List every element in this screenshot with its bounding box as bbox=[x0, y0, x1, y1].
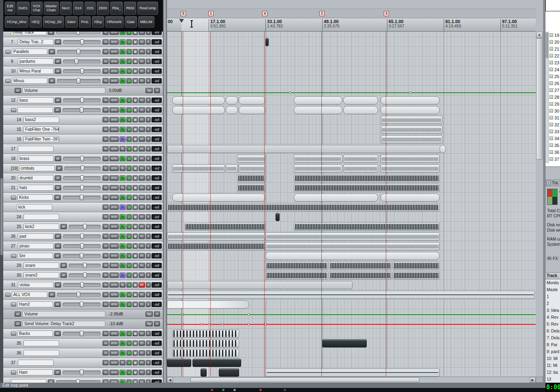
toolbar-button[interactable]: HCmp_Str bbox=[43, 16, 64, 28]
solo-button[interactable]: s bbox=[146, 127, 151, 132]
fader-knob[interactable] bbox=[83, 263, 87, 268]
track-name[interactable]: Kicks bbox=[17, 194, 53, 200]
envelope-close-button[interactable]: ✕ bbox=[154, 311, 160, 317]
mute-button[interactable]: m bbox=[139, 117, 145, 122]
region-row[interactable]: 28 bbox=[549, 94, 560, 100]
io-button[interactable]: io bbox=[103, 156, 109, 161]
volume-fader[interactable] bbox=[69, 225, 100, 228]
fader-knob[interactable] bbox=[83, 224, 87, 229]
automation-point[interactable] bbox=[289, 92, 291, 94]
media-item[interactable] bbox=[440, 145, 446, 153]
media-item[interactable] bbox=[167, 242, 265, 250]
track-name[interactable]: Ham bbox=[17, 369, 53, 375]
media-item[interactable] bbox=[265, 252, 440, 260]
fader-knob[interactable] bbox=[80, 253, 83, 258]
record-monitor-button[interactable] bbox=[126, 32, 132, 35]
media-item[interactable] bbox=[343, 164, 378, 173]
media-item[interactable] bbox=[393, 262, 440, 270]
record-monitor-button[interactable] bbox=[126, 146, 132, 151]
io-button[interactable]: io bbox=[103, 32, 109, 35]
region-row[interactable]: 20 bbox=[549, 38, 560, 45]
fader-knob[interactable] bbox=[80, 302, 83, 307]
media-item[interactable] bbox=[172, 164, 225, 173]
fader-knob[interactable] bbox=[80, 175, 84, 181]
track-name[interactable] bbox=[18, 360, 53, 366]
solo-button[interactable]: s bbox=[146, 78, 151, 83]
tracklist-row[interactable]: Monito bbox=[545, 280, 560, 287]
toolbar-button[interactable]: 2500 bbox=[97, 2, 109, 15]
solo-button[interactable]: s bbox=[146, 146, 151, 151]
media-item[interactable] bbox=[167, 281, 353, 289]
media-item[interactable] bbox=[226, 96, 238, 104]
media-item[interactable] bbox=[226, 164, 238, 173]
fader-knob[interactable] bbox=[77, 78, 80, 83]
envelope-button[interactable]: env bbox=[109, 136, 119, 142]
record-monitor-button[interactable] bbox=[126, 224, 132, 229]
record-arm-button[interactable]: ar bbox=[55, 39, 61, 45]
media-item[interactable] bbox=[380, 96, 440, 104]
volume-fader[interactable] bbox=[57, 293, 100, 296]
tracklist-row[interactable]: 1 bbox=[545, 294, 560, 300]
phase-button[interactable] bbox=[133, 282, 138, 288]
fader-knob[interactable] bbox=[80, 156, 84, 161]
fx-button[interactable]: fx bbox=[120, 175, 126, 181]
envelope-button[interactable]: env bbox=[109, 32, 119, 35]
phase-button[interactable] bbox=[133, 78, 138, 83]
fader-knob[interactable] bbox=[80, 282, 84, 288]
mute-button[interactable]: m bbox=[139, 263, 145, 268]
track-name[interactable]: Delay Track bbox=[11, 32, 47, 35]
mute-button[interactable]: m bbox=[139, 370, 145, 375]
record-arm-button[interactable]: ar bbox=[54, 331, 61, 336]
region-row[interactable]: 24 bbox=[549, 66, 560, 73]
mute-button[interactable]: m bbox=[139, 49, 145, 54]
volume-fader[interactable] bbox=[63, 234, 100, 238]
media-item[interactable] bbox=[294, 174, 440, 182]
io-button[interactable]: io bbox=[103, 379, 109, 383]
record-arm-button[interactable]: ar bbox=[55, 175, 61, 181]
toolbar-button[interactable]: HCmp_Mno bbox=[5, 16, 28, 28]
tracklist-row[interactable]: 11: Mi bbox=[545, 362, 560, 369]
mute-button[interactable]: m bbox=[139, 205, 145, 210]
fx-button[interactable]: fx bbox=[120, 32, 126, 35]
track-name[interactable]: bass bbox=[18, 97, 53, 103]
io-button[interactable]: io bbox=[103, 185, 109, 190]
volume-fader[interactable] bbox=[63, 108, 100, 112]
volume-fader[interactable] bbox=[63, 186, 100, 190]
region-row[interactable]: 26 bbox=[549, 80, 560, 87]
record-arm-button[interactable]: ar bbox=[55, 59, 61, 64]
record-monitor-button[interactable] bbox=[126, 175, 132, 181]
record-monitor-button[interactable] bbox=[126, 98, 132, 103]
fx-button[interactable]: fx bbox=[120, 39, 126, 45]
media-item[interactable] bbox=[294, 155, 342, 163]
track-name[interactable]: cimbals bbox=[19, 165, 55, 171]
media-item[interactable] bbox=[393, 271, 440, 279]
solo-button[interactable]: s bbox=[146, 263, 151, 268]
io-button[interactable]: io bbox=[103, 98, 109, 103]
close-icon[interactable]: ✕ bbox=[546, 181, 551, 185]
bypass-button[interactable]: bp bbox=[145, 321, 153, 326]
mute-button[interactable]: m bbox=[139, 136, 145, 142]
envelope-close-button[interactable]: ✕ bbox=[154, 321, 160, 326]
region-row[interactable]: 34 bbox=[549, 135, 560, 142]
marker-flag[interactable]: 2 bbox=[319, 11, 325, 16]
automation-point[interactable] bbox=[265, 323, 267, 325]
fader-knob[interactable] bbox=[80, 234, 84, 239]
volume-fader[interactable] bbox=[63, 283, 100, 287]
tracklist-row[interactable]: 13 bbox=[545, 376, 560, 383]
media-item[interactable] bbox=[167, 145, 441, 153]
envelope-button[interactable]: env bbox=[109, 224, 119, 229]
region-row[interactable]: 33 bbox=[549, 128, 560, 135]
track-name[interactable] bbox=[18, 146, 53, 152]
solo-button[interactable]: s bbox=[146, 175, 151, 181]
fx-button[interactable]: fx bbox=[120, 341, 126, 346]
envelope-button[interactable]: env bbox=[109, 117, 119, 122]
record-monitor-button[interactable] bbox=[126, 273, 132, 278]
record-arm-button[interactable]: ar bbox=[54, 195, 61, 200]
solo-button[interactable]: s bbox=[146, 136, 151, 142]
solo-button[interactable]: s bbox=[146, 214, 151, 219]
media-item[interactable] bbox=[167, 232, 265, 241]
left-scroll-strip[interactable] bbox=[0, 0, 3, 383]
track-name[interactable]: brass bbox=[18, 156, 53, 162]
media-item[interactable] bbox=[343, 155, 378, 163]
io-button[interactable]: io bbox=[103, 360, 109, 365]
